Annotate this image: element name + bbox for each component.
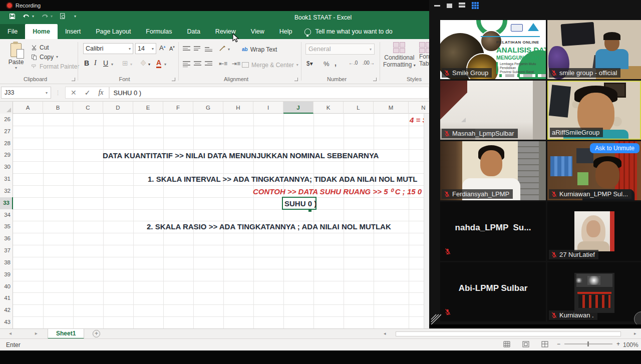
increase-indent-icon[interactable]: ⇥≡ <box>232 60 240 67</box>
hscroll-right-arrow[interactable]: ▸ <box>634 331 636 336</box>
column-header-G[interactable]: G <box>193 102 223 114</box>
column-header-J[interactable]: J <box>283 102 313 114</box>
row-header-27[interactable]: 27 <box>0 126 13 138</box>
tab-page-layout[interactable]: Page Layout <box>88 24 138 39</box>
tab-data[interactable]: Data <box>179 24 207 39</box>
cut-button[interactable]: Cut <box>31 43 79 52</box>
decrease-font-button[interactable]: A▾ <box>169 45 175 52</box>
orientation-dropdown-icon[interactable]: ▾ <box>228 47 230 52</box>
video-tile-masnah[interactable]: Masnah_LpmpSulbar <box>440 81 546 140</box>
column-header-H[interactable]: H <box>223 102 253 114</box>
undo-dropdown-icon[interactable]: ▾ <box>32 14 34 19</box>
zoom-slider-thumb[interactable] <box>587 341 589 346</box>
insert-function-icon[interactable]: fx <box>98 89 103 97</box>
video-tile-nahda[interactable]: nahda_LPMP Su... <box>440 202 546 261</box>
row-header-40[interactable]: 40 <box>0 281 13 293</box>
tab-home[interactable]: Home <box>25 24 58 39</box>
row-header-38[interactable]: 38 <box>0 257 13 269</box>
ask-to-unmute-button[interactable]: Ask to Unmute <box>590 143 639 153</box>
font-size-combo[interactable]: 14▾ <box>135 43 156 54</box>
video-tile-kurniawan2[interactable]: Kurniawan . <box>547 262 641 321</box>
column-header-M[interactable]: M <box>374 102 409 114</box>
panel-resize-handle[interactable] <box>430 313 441 324</box>
row-header-32[interactable]: 32 <box>0 185 13 197</box>
tab-view[interactable]: View <box>243 24 272 39</box>
maximize-icon[interactable] <box>447 4 452 8</box>
zoom-level[interactable]: 100% <box>623 341 638 348</box>
minimize-icon[interactable] <box>434 5 440 7</box>
horizontal-scrollbar-thumb[interactable] <box>396 331 621 336</box>
font-color-button[interactable]: A <box>156 59 161 68</box>
borders-icon[interactable]: ⊞ <box>122 59 128 67</box>
row-header-28[interactable]: 28 <box>0 138 13 150</box>
align-left-icon[interactable] <box>183 60 190 68</box>
row-header-43[interactable]: 43 <box>0 316 13 328</box>
column-header-B[interactable]: B <box>43 102 73 114</box>
copy-button[interactable]: Copy ▾ <box>31 52 79 62</box>
comma-style-icon[interactable]: , <box>335 59 337 67</box>
fill-color-icon[interactable] <box>139 59 147 67</box>
paste-button[interactable]: Paste ▾ <box>5 43 27 70</box>
row-header-42[interactable]: 42 <box>0 304 13 316</box>
number-dialog-launcher[interactable] <box>373 78 377 81</box>
normal-view-icon[interactable] <box>503 341 510 347</box>
page-break-view-icon[interactable] <box>541 341 548 347</box>
enter-icon[interactable]: ✓ <box>85 89 91 97</box>
format-painter-button[interactable]: Format Painter <box>31 62 79 71</box>
font-dialog-launcher[interactable] <box>172 78 175 81</box>
speaker-view-icon[interactable] <box>459 3 465 9</box>
alignment-dialog-launcher[interactable] <box>294 78 298 81</box>
sheet-nav-arrows[interactable]: ◂ ▸ <box>9 330 49 336</box>
qat-customize-icon[interactable]: ▾ <box>74 14 76 19</box>
active-cell-editor[interactable]: SUHU 0 ) <box>282 197 316 210</box>
vertical-scrollbar[interactable] <box>424 114 429 328</box>
row-header-36[interactable]: 36 <box>0 233 13 245</box>
accounting-format-icon[interactable]: $▾ <box>306 60 313 67</box>
fill-color-dropdown-icon[interactable]: ▾ <box>148 62 150 67</box>
fill-handle[interactable] <box>308 209 311 212</box>
underline-dropdown-icon[interactable]: ▾ <box>111 62 113 67</box>
bold-button[interactable]: B <box>84 59 89 67</box>
name-box[interactable]: J33▾ <box>1 87 51 99</box>
tell-me-box[interactable]: Tell me what you want to do <box>299 24 397 39</box>
font-family-combo[interactable]: Calibri▾ <box>83 43 133 54</box>
undo-icon[interactable] <box>23 13 30 20</box>
tab-insert[interactable]: Insert <box>58 24 88 39</box>
decrease-indent-icon[interactable]: ⇤≡ <box>219 60 227 67</box>
video-tile-smile-group[interactable]: PELATIHAN ONLINE ANALISIS DATA MENGGUNAK… <box>440 20 546 79</box>
increase-decimal-icon[interactable]: ←.0 <box>349 60 358 66</box>
gallery-view-icon[interactable] <box>472 2 479 9</box>
align-top-icon[interactable] <box>183 45 190 52</box>
row-header-33[interactable]: 33 <box>0 197 13 209</box>
row-header-34[interactable]: 34 <box>0 209 13 221</box>
page-layout-view-icon[interactable] <box>522 341 529 347</box>
save-icon[interactable] <box>9 13 16 20</box>
video-tile-ferdiansyah[interactable]: Ferdiansyah_LPMP <box>440 141 546 200</box>
print-preview-icon[interactable] <box>60 13 66 20</box>
column-header-I[interactable]: I <box>253 102 283 114</box>
column-header-E[interactable]: E <box>133 102 163 114</box>
merge-center-button[interactable]: Merge & Center ▾ <box>242 60 298 70</box>
column-header-L[interactable]: L <box>344 102 374 114</box>
wrap-text-button[interactable]: ab Wrap Text <box>242 45 277 54</box>
tab-formulas[interactable]: Formulas <box>138 24 179 39</box>
column-header-K[interactable]: K <box>313 102 344 114</box>
conditional-formatting-button[interactable]: Conditional Formatting ▾ <box>383 42 416 68</box>
tab-file[interactable]: File <box>0 24 25 39</box>
row-header-29[interactable]: 29 <box>0 149 13 161</box>
underline-button[interactable]: U <box>103 59 108 67</box>
orientation-icon[interactable] <box>219 45 226 52</box>
select-all-corner[interactable] <box>0 102 13 114</box>
row-header-39[interactable]: 39 <box>0 269 13 281</box>
decrease-decimal-icon[interactable]: .00→ <box>363 60 375 66</box>
align-middle-icon[interactable] <box>194 45 201 52</box>
horizontal-scrollbar[interactable] <box>392 331 631 337</box>
column-header-A[interactable]: A <box>13 102 43 114</box>
font-color-dropdown-icon[interactable]: ▾ <box>164 62 166 67</box>
row-header-41[interactable]: 41 <box>0 292 13 304</box>
column-header-C[interactable]: C <box>73 102 103 114</box>
cancel-icon[interactable]: ✕ <box>71 89 77 97</box>
redo-icon[interactable] <box>41 13 49 20</box>
borders-dropdown-icon[interactable]: ▾ <box>130 62 132 67</box>
align-bottom-icon[interactable] <box>205 46 212 53</box>
